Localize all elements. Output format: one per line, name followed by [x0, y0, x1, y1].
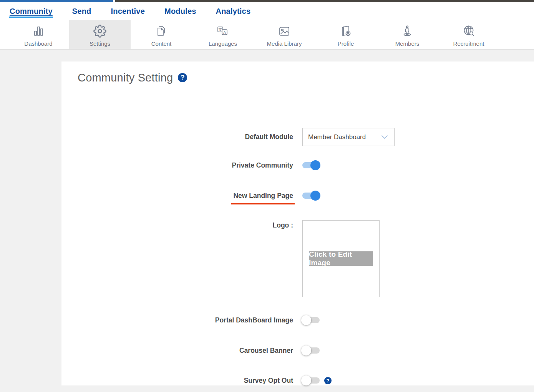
page-title: Community Setting: [78, 71, 173, 84]
community-setting-panel: Community Setting ? Default Module Membe…: [61, 61, 534, 385]
new-landing-page-row: New Landing Page: [61, 191, 534, 201]
toolbar-tab-label: Dashboard: [24, 40, 52, 47]
survey-opt-out-toggle[interactable]: [302, 377, 320, 384]
survey-opt-out-label: Survey Opt Out: [61, 377, 293, 385]
nav-item-analytics[interactable]: Analytics: [216, 5, 251, 18]
toolbar-tab-media-library[interactable]: Media Library: [254, 20, 315, 49]
toolbar-tab-label: Recruitment: [453, 40, 484, 47]
content-background: Community Setting ? Default Module Membe…: [0, 50, 534, 392]
toolbar-tab-recruitment[interactable]: Recruitment: [438, 20, 499, 49]
toggle-knob: [310, 191, 320, 201]
svg-text:文: 文: [219, 27, 222, 32]
toolbar-tab-label: Settings: [90, 40, 110, 47]
survey-opt-out-help-icon[interactable]: ?: [324, 377, 332, 384]
toolbar-tab-profile[interactable]: Profile: [315, 20, 376, 49]
nav-item-community[interactable]: Community: [9, 5, 53, 18]
community-toolbar: Dashboard Settings Content 文 A: [0, 20, 534, 50]
toolbar-tab-label: Media Library: [267, 40, 302, 47]
gear-icon: [93, 23, 106, 39]
default-module-value: Member Dashboard: [308, 133, 366, 141]
nav-item-modules[interactable]: Modules: [164, 5, 197, 18]
toolbar-tab-label: Members: [395, 40, 420, 47]
toolbar-tab-members[interactable]: Members: [376, 20, 438, 49]
logo-upload-box[interactable]: Click to Edit Image: [302, 220, 380, 297]
new-landing-page-label-text: New Landing Page: [231, 192, 295, 204]
toolbar-tab-label: Languages: [209, 40, 237, 47]
private-community-toggle[interactable]: [302, 162, 320, 168]
carousel-banner-toggle[interactable]: [302, 347, 320, 354]
nav-item-send[interactable]: Send: [72, 5, 92, 18]
toolbar-tab-label: Content: [151, 40, 172, 47]
logo-label: Logo :: [61, 220, 293, 229]
new-landing-page-toggle[interactable]: [302, 193, 320, 199]
toolbar-tab-dashboard[interactable]: Dashboard: [8, 20, 69, 49]
top-strip-blue-segment: [0, 0, 113, 2]
portal-dashboard-image-row: Portal DashBoard Image: [61, 315, 534, 325]
translate-icon: 文 A: [216, 23, 230, 39]
chevron-down-icon: [381, 135, 388, 139]
default-module-label: Default Module: [61, 133, 293, 141]
person-icon: [400, 23, 414, 39]
portal-dashboard-image-toggle[interactable]: [302, 317, 320, 323]
default-module-select[interactable]: Member Dashboard: [302, 128, 395, 146]
globe-search-icon: [461, 23, 476, 39]
private-community-row: Private Community: [61, 160, 534, 170]
private-community-label: Private Community: [61, 161, 293, 169]
pages-icon: [154, 23, 168, 39]
portal-dashboard-image-label: Portal DashBoard Image: [61, 316, 293, 324]
main-nav: Community Send Incentive Modules Analyti…: [0, 2, 534, 20]
svg-text:A: A: [223, 30, 226, 35]
toolbar-tab-languages[interactable]: 文 A Languages: [192, 20, 254, 49]
carousel-banner-label: Carousel Banner: [61, 347, 293, 355]
toggle-knob: [310, 160, 320, 170]
top-strip: [0, 0, 534, 2]
panel-header: Community Setting ?: [61, 61, 534, 94]
logo-row: Logo : Click to Edit Image: [61, 220, 534, 297]
page-title-help-icon[interactable]: ?: [178, 73, 187, 82]
survey-opt-out-row: Survey Opt Out ?: [61, 375, 534, 385]
bar-chart-icon: [32, 23, 45, 39]
toolbar-tab-content[interactable]: Content: [131, 20, 192, 49]
profile-card-icon: [339, 23, 353, 39]
image-icon: [277, 23, 291, 39]
toggle-knob: [301, 375, 311, 385]
top-strip-dark-segment: [115, 0, 534, 2]
new-landing-page-label: New Landing Page: [61, 192, 293, 200]
default-module-row: Default Module Member Dashboard: [61, 128, 534, 146]
toolbar-tab-settings[interactable]: Settings: [69, 20, 131, 49]
click-to-edit-image-button[interactable]: Click to Edit Image: [309, 251, 373, 266]
toggle-knob: [301, 345, 311, 355]
toolbar-tab-label: Profile: [338, 40, 354, 47]
carousel-banner-row: Carousel Banner: [61, 345, 534, 355]
toggle-knob: [301, 315, 311, 325]
nav-item-incentive[interactable]: Incentive: [111, 5, 146, 18]
